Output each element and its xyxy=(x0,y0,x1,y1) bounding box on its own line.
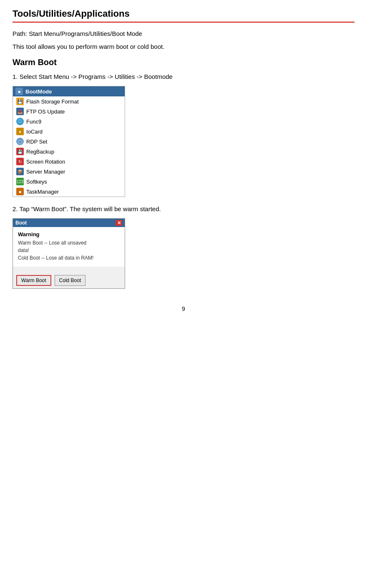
list-item: ⓘ Func9 xyxy=(13,116,125,126)
menu-titlebar: ■ BootMode xyxy=(13,86,125,96)
regbackup-icon: 💾 xyxy=(16,148,24,155)
path-text: Path: Start Menu/Programs/Utilities/Boot… xyxy=(13,30,354,37)
menu-item-label: Softkeys xyxy=(26,179,47,185)
boot-dialog-screenshot: Boot ✕ Warning Warm Boot -- Lose all uns… xyxy=(13,218,125,289)
page-number: 9 xyxy=(13,305,354,312)
bootmode-icon: ■ xyxy=(15,88,23,95)
boot-dialog-body: Warning Warm Boot -- Lose all unsaved da… xyxy=(13,227,125,267)
list-item: 💾 Flash Storage Format xyxy=(13,96,125,106)
menu-item-label: IoCard xyxy=(26,129,43,135)
func9-icon: ⓘ xyxy=(16,118,24,125)
page-title: Tools/Utilities/Applications xyxy=(13,8,354,23)
close-icon: ✕ xyxy=(116,220,122,226)
warning-line3: Cold Boot -- Lose all data in RAM! xyxy=(18,255,120,261)
list-item: 📥 FTP OS Update xyxy=(13,106,125,116)
step1-text: 1. Select Start Menu -> Programs -> Util… xyxy=(13,73,354,80)
menu-item-label: RDP Set xyxy=(26,139,47,145)
menu-item-label: Flash Storage Format xyxy=(26,98,79,105)
section-heading: Warm Boot xyxy=(13,58,354,67)
list-item: ■ TaskManager xyxy=(13,187,125,197)
list-item: ↻ Screen Rotation xyxy=(13,156,125,167)
boot-dialog-titlebar: Boot ✕ xyxy=(13,219,125,227)
screenrotation-icon: ↻ xyxy=(16,158,24,165)
menu-item-label: Func9 xyxy=(26,119,41,125)
menu-screenshot: ■ BootMode 💾 Flash Storage Format 📥 FTP … xyxy=(13,86,125,197)
menu-item-label: FTP OS Update xyxy=(26,109,65,115)
warm-boot-button[interactable]: Warm Boot xyxy=(16,275,51,286)
servermanager-icon: 📦 xyxy=(16,168,24,175)
cold-boot-button[interactable]: Cold Boot xyxy=(55,275,86,286)
warning-line1: Warm Boot -- Lose all unsaved xyxy=(18,240,120,246)
list-item: ♦ IoCard xyxy=(13,126,125,136)
menu-screenshot-container: ■ BootMode 💾 Flash Storage Format 📥 FTP … xyxy=(13,86,354,197)
list-item: ◯ RDP Set xyxy=(13,136,125,146)
step2-text: 2. Tap “Warm Boot”. The system will be w… xyxy=(13,205,354,212)
menu-item-label: RegBackup xyxy=(26,149,54,155)
flash-icon: 💾 xyxy=(16,98,24,105)
boot-buttons-row: Warm Boot Cold Boot xyxy=(13,273,125,288)
warning-title: Warning xyxy=(18,231,120,237)
menu-item-label: TaskManager xyxy=(26,189,59,195)
menu-item-label: Server Manager xyxy=(26,169,65,175)
menu-item-label: Screen Rotation xyxy=(26,159,65,165)
iocard-icon: ♦ xyxy=(16,128,24,135)
list-item: 💾 RegBackup xyxy=(13,146,125,156)
list-item: ​123 Softkeys xyxy=(13,177,125,187)
warning-line2: data! xyxy=(18,247,120,253)
ftp-icon: 📥 xyxy=(16,108,24,115)
boot-dialog-title: Boot xyxy=(15,220,27,226)
description-text: This tool allows you to perform warm boo… xyxy=(13,43,354,50)
softkeys-icon: ​123 xyxy=(16,178,24,185)
list-item: 📦 Server Manager xyxy=(13,167,125,177)
taskmanager-icon: ■ xyxy=(16,188,24,195)
menu-title-label: BootMode xyxy=(25,88,52,95)
rdp-icon: ◯ xyxy=(16,138,24,145)
boot-dialog-container: Boot ✕ Warning Warm Boot -- Lose all uns… xyxy=(13,218,354,289)
